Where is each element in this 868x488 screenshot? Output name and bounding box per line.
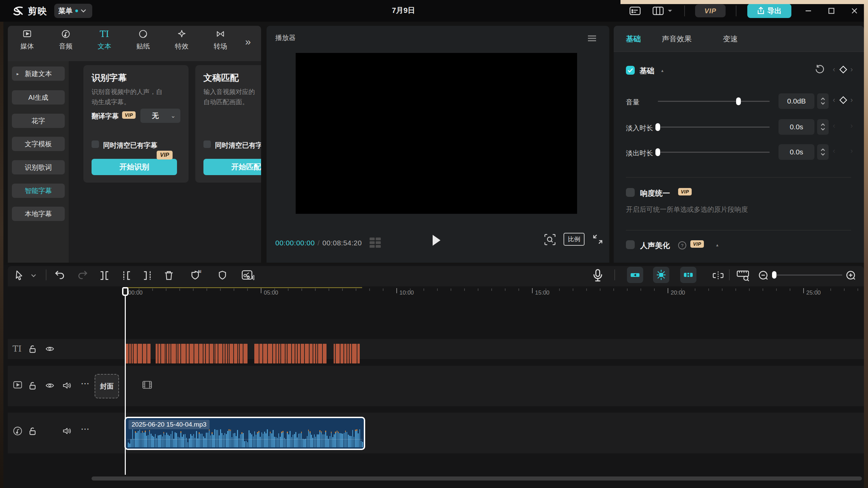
subtitle-segment[interactable] bbox=[223, 344, 225, 363]
play-button[interactable] bbox=[431, 234, 441, 246]
zoom-out-icon[interactable] bbox=[758, 270, 769, 281]
collapse-triangle-icon[interactable]: ▲ bbox=[715, 243, 719, 247]
subtitle-segment[interactable] bbox=[340, 344, 343, 363]
toggle-linkage-icon[interactable] bbox=[680, 267, 696, 283]
subtitle-segment[interactable] bbox=[194, 344, 198, 363]
select-cursor-icon[interactable] bbox=[14, 270, 24, 282]
subtitle-segment[interactable] bbox=[316, 344, 317, 363]
tab-sound-effects[interactable]: 声音效果 bbox=[662, 34, 692, 44]
subtitle-segment[interactable] bbox=[268, 344, 272, 363]
subtitle-segment[interactable] bbox=[147, 344, 151, 363]
fade-out-slider-thumb[interactable] bbox=[655, 148, 660, 156]
sidebar-item-new-text[interactable]: ▸ 新建文本 bbox=[12, 67, 65, 81]
help-icon[interactable]: ? bbox=[678, 241, 686, 249]
layout-switch-icon[interactable] bbox=[652, 6, 664, 16]
more-icon[interactable]: ⋯ bbox=[81, 424, 90, 434]
subtitle-segment[interactable] bbox=[199, 344, 203, 363]
subtitle-segment[interactable] bbox=[171, 344, 176, 363]
subtitle-segment[interactable] bbox=[203, 344, 205, 363]
cursor-mode-caret-icon[interactable] bbox=[31, 274, 37, 278]
volume-slider-thumb[interactable] bbox=[736, 97, 741, 105]
toggle-preview-axis-icon[interactable] bbox=[653, 267, 669, 283]
subtitle-segment[interactable] bbox=[279, 344, 280, 363]
subtitle-segment[interactable] bbox=[347, 344, 349, 363]
subtitle-segment[interactable] bbox=[295, 344, 297, 363]
close-gap-icon[interactable] bbox=[712, 271, 724, 280]
subtitle-segment[interactable] bbox=[230, 344, 233, 363]
keyframe-diamond-icon[interactable] bbox=[839, 65, 848, 74]
more-icon[interactable]: ⋯ bbox=[81, 378, 90, 389]
tab-media[interactable]: 媒体 bbox=[12, 29, 42, 51]
subtitle-segment[interactable] bbox=[218, 344, 222, 363]
layout-caret-icon[interactable] bbox=[667, 9, 673, 13]
subtitle-segment[interactable] bbox=[206, 344, 209, 363]
eye-icon[interactable] bbox=[45, 382, 54, 389]
subtitle-segment[interactable] bbox=[273, 344, 276, 363]
redo-icon[interactable] bbox=[77, 270, 88, 281]
zoom-in-icon[interactable] bbox=[846, 270, 856, 281]
subtitle-segment[interactable] bbox=[288, 344, 291, 363]
fullscreen-icon[interactable] bbox=[592, 233, 604, 245]
keyframe-next-icon[interactable]: › bbox=[850, 96, 853, 105]
subtitle-segment[interactable] bbox=[134, 344, 137, 363]
reset-icon[interactable] bbox=[814, 64, 825, 75]
loudness-checkbox[interactable] bbox=[626, 188, 635, 197]
subtitle-segment[interactable] bbox=[177, 344, 178, 363]
subtitle-segment[interactable] bbox=[186, 344, 189, 363]
collapse-triangle-icon[interactable]: ▲ bbox=[660, 69, 664, 73]
lock-icon[interactable] bbox=[28, 381, 37, 390]
sidebar-item-smart-subtitles[interactable]: 智能字幕 bbox=[12, 184, 65, 198]
subtitle-segment[interactable] bbox=[298, 344, 300, 363]
subtitle-segment[interactable] bbox=[169, 344, 171, 363]
fade-out-slider[interactable] bbox=[658, 152, 770, 153]
fade-in-slider-thumb[interactable] bbox=[655, 123, 660, 131]
cover-button[interactable]: 封面 bbox=[95, 374, 119, 398]
keyframe-prev-icon[interactable]: ‹ bbox=[833, 65, 835, 74]
tab-basic[interactable]: 基础 bbox=[626, 34, 641, 44]
timeline-scrollbar[interactable] bbox=[92, 476, 862, 481]
subtitle-segment[interactable] bbox=[301, 344, 304, 363]
subtitle-segment[interactable] bbox=[210, 344, 213, 363]
subtitle-segment[interactable] bbox=[263, 344, 267, 363]
subtitle-segment[interactable] bbox=[214, 344, 215, 363]
playhead-line[interactable] bbox=[125, 287, 126, 475]
sidebar-item-lyrics-recognition[interactable]: 识别歌词 bbox=[12, 160, 65, 174]
volume-stepper[interactable] bbox=[817, 93, 829, 109]
frame-list-icon[interactable] bbox=[369, 237, 382, 248]
timeline-fit-icon[interactable] bbox=[736, 269, 750, 282]
keyframe-next-icon[interactable]: › bbox=[850, 65, 853, 74]
keyframe-prev-icon[interactable]: ‹ bbox=[833, 96, 835, 105]
fade-out-value[interactable]: 0.0s bbox=[778, 144, 814, 160]
subtitle-segment[interactable] bbox=[225, 344, 228, 363]
subtitle-segment[interactable] bbox=[357, 344, 360, 363]
translate-language-dropdown[interactable]: 无 ⌄ bbox=[140, 109, 180, 123]
tab-text[interactable]: TI 文本 bbox=[89, 29, 120, 51]
maximize-button[interactable] bbox=[825, 5, 838, 16]
subtitle-segment[interactable] bbox=[285, 344, 287, 363]
delete-icon[interactable] bbox=[163, 270, 174, 281]
undo-icon[interactable] bbox=[54, 270, 65, 281]
sidebar-item-text-template[interactable]: 文字模板 bbox=[12, 137, 65, 151]
volume-value[interactable]: 0.0dB bbox=[778, 93, 814, 109]
audio-clip[interactable]: 2025-06-20 15-40-04.mp3 bbox=[124, 417, 365, 450]
close-button[interactable] bbox=[848, 5, 861, 16]
more-tabs-chevron-icon[interactable]: » bbox=[245, 36, 251, 48]
subtitle-segment[interactable] bbox=[129, 344, 131, 363]
aspect-ratio-button[interactable]: 比例 bbox=[564, 233, 585, 246]
video-preview[interactable] bbox=[296, 53, 577, 214]
subtitle-clips-strip[interactable] bbox=[125, 344, 360, 363]
subtitle-segment[interactable] bbox=[254, 344, 259, 363]
speaker-icon[interactable] bbox=[62, 381, 72, 390]
keyframe-diamond-icon[interactable] bbox=[839, 96, 848, 105]
subtitle-segment[interactable] bbox=[350, 344, 351, 363]
subtitle-segment[interactable] bbox=[310, 344, 313, 363]
smart-cutout-icon[interactable]: AI bbox=[190, 269, 202, 282]
subtitle-segment[interactable] bbox=[178, 344, 180, 363]
split-keep-right-icon[interactable] bbox=[121, 270, 132, 281]
timeline-zoom-thumb[interactable] bbox=[772, 271, 776, 279]
subtitle-segment[interactable] bbox=[305, 344, 309, 363]
film-icon[interactable] bbox=[142, 380, 152, 389]
voice-beautify-checkbox[interactable] bbox=[626, 240, 635, 249]
volume-slider[interactable] bbox=[658, 101, 770, 102]
clear-existing-checkbox[interactable] bbox=[92, 140, 99, 148]
